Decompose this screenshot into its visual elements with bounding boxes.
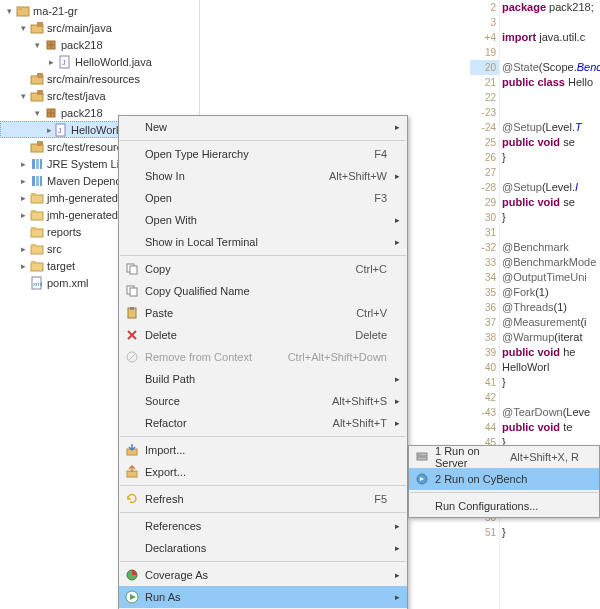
menu-item-source[interactable]: SourceAlt+Shift+S▸ (119, 390, 407, 412)
menu-item-delete[interactable]: DeleteDelete (119, 324, 407, 346)
menu-item-show-in-local-terminal[interactable]: Show in Local Terminal▸ (119, 231, 407, 253)
server-icon (413, 450, 431, 464)
code-line[interactable]: @Setup(Level.I (502, 180, 600, 195)
expand-toggle[interactable]: ▸ (18, 176, 28, 186)
tree-item-pack218[interactable]: ▾pack218 (0, 36, 199, 53)
menu-label: Build Path (141, 373, 387, 385)
menu-item-run-as[interactable]: Run As▸ (119, 586, 407, 608)
expand-toggle[interactable]: ▸ (46, 57, 56, 67)
code-line[interactable] (502, 45, 600, 60)
copy-icon (123, 284, 141, 298)
menu-separator (120, 485, 406, 486)
menu-item-paste[interactable]: PasteCtrl+V (119, 302, 407, 324)
menu-label: Import... (141, 444, 387, 456)
code-line[interactable] (502, 105, 600, 120)
code-line[interactable]: public void he (502, 345, 600, 360)
submenu-arrow-icon: ▸ (391, 122, 403, 132)
code-line[interactable]: import java.util.c (502, 30, 600, 45)
tree-item-src-main-java[interactable]: ▾src/main/java (0, 19, 199, 36)
tree-item-helloworld-java[interactable]: ▸JHelloWorld.java (0, 53, 199, 70)
svg-rect-29 (31, 210, 36, 213)
menu-item-build-path[interactable]: Build Path▸ (119, 368, 407, 390)
svg-rect-12 (37, 90, 43, 95)
menu-item-import-[interactable]: Import... (119, 439, 407, 461)
code-line[interactable]: @State(Scope.Benc (502, 60, 600, 75)
menu-item-references[interactable]: References▸ (119, 515, 407, 537)
code-line[interactable]: @TearDown(Leve (502, 405, 600, 420)
context-menu[interactable]: New▸Open Type HierarchyF4Show InAlt+Shif… (118, 115, 408, 609)
svg-rect-26 (31, 195, 43, 203)
menu-item-1-run-on-server[interactable]: 1 Run on ServerAlt+Shift+X, R (409, 446, 599, 468)
code-line[interactable]: @Fork(1) (502, 285, 600, 300)
menu-item-refresh[interactable]: RefreshF5 (119, 488, 407, 510)
expand-toggle[interactable]: ▾ (4, 6, 14, 16)
code-line[interactable]: public void se (502, 135, 600, 150)
code-line[interactable]: } (502, 375, 600, 390)
code-line[interactable]: public class Hello (502, 75, 600, 90)
menu-item-export-[interactable]: Export... (119, 461, 407, 483)
tree-label: pack218 (60, 39, 103, 51)
code-line[interactable]: } (502, 525, 600, 540)
code-line[interactable] (502, 15, 600, 30)
svg-rect-1 (17, 7, 22, 10)
code-line[interactable]: } (502, 150, 600, 165)
line-number: -43 (470, 405, 499, 420)
code-line[interactable]: package pack218; (502, 0, 600, 15)
expand-toggle[interactable]: ▸ (18, 193, 28, 203)
code-line[interactable]: @Warmup(iterat (502, 330, 600, 345)
code-line[interactable]: @OutputTimeUni (502, 270, 600, 285)
tree-item-src-main-resources[interactable]: src/main/resources (0, 70, 199, 87)
java-file-icon: J (54, 123, 68, 137)
svg-text:J: J (58, 127, 62, 134)
menu-label: New (141, 121, 387, 133)
menu-shortcut: Ctrl+Alt+Shift+Down (288, 351, 391, 363)
menu-item-refactor[interactable]: RefactorAlt+Shift+T▸ (119, 412, 407, 434)
menu-item-new[interactable]: New▸ (119, 116, 407, 138)
menu-item-declarations[interactable]: Declarations▸ (119, 537, 407, 559)
menu-item-copy[interactable]: CopyCtrl+C (119, 258, 407, 280)
expand-toggle[interactable]: ▸ (47, 125, 52, 135)
submenu-arrow-icon: ▸ (391, 543, 403, 553)
expand-toggle[interactable]: ▸ (18, 261, 28, 271)
code-line[interactable]: @Measurement(i (502, 315, 600, 330)
refresh-icon (123, 492, 141, 506)
code-line[interactable]: @Threads(1) (502, 300, 600, 315)
menu-item-coverage-as[interactable]: Coverage As▸ (119, 564, 407, 586)
menu-item-open-type-hierarchy[interactable]: Open Type HierarchyF4 (119, 143, 407, 165)
expand-toggle[interactable]: ▸ (18, 159, 28, 169)
import-icon (123, 443, 141, 457)
expand-toggle[interactable]: ▾ (32, 40, 42, 50)
code-line[interactable]: public void se (502, 195, 600, 210)
expand-toggle[interactable]: ▾ (32, 108, 42, 118)
menu-label: Delete (141, 329, 355, 341)
code-line[interactable]: public void te (502, 420, 600, 435)
copy-icon (123, 262, 141, 276)
menu-item-open-with[interactable]: Open With▸ (119, 209, 407, 231)
expand-toggle[interactable]: ▸ (18, 244, 28, 254)
code-line[interactable] (502, 90, 600, 105)
menu-item-2-run-on-cybench[interactable]: 2 Run on CyBench (409, 468, 599, 490)
code-line[interactable]: @Benchmark (502, 240, 600, 255)
menu-item-copy-qualified-name[interactable]: Copy Qualified Name (119, 280, 407, 302)
code-line[interactable] (502, 390, 600, 405)
menu-label: 2 Run on CyBench (431, 473, 579, 485)
folder-icon (30, 242, 44, 256)
code-line[interactable]: @BenchmarkMode (502, 255, 600, 270)
menu-label: 1 Run on Server (431, 445, 510, 469)
code-line[interactable] (502, 165, 600, 180)
submenu-arrow-icon: ▸ (391, 592, 403, 602)
menu-item-run-configurations-[interactable]: Run Configurations... (409, 495, 599, 517)
menu-item-show-in[interactable]: Show InAlt+Shift+W▸ (119, 165, 407, 187)
code-line[interactable]: @Setup(Level.T (502, 120, 600, 135)
tree-item-src-test-java[interactable]: ▾src/test/java (0, 87, 199, 104)
tree-item-ma-21-gr[interactable]: ▾ma-21-gr (0, 2, 199, 19)
expand-toggle[interactable]: ▾ (18, 23, 28, 33)
package-folder-icon (30, 72, 44, 86)
expand-toggle[interactable]: ▾ (18, 91, 28, 101)
expand-toggle[interactable]: ▸ (18, 210, 28, 220)
code-line[interactable]: } (502, 210, 600, 225)
menu-item-open[interactable]: OpenF3 (119, 187, 407, 209)
run-as-submenu[interactable]: 1 Run on ServerAlt+Shift+X, R2 Run on Cy… (408, 445, 600, 518)
code-line[interactable]: HelloWorl (502, 360, 600, 375)
code-line[interactable] (502, 225, 600, 240)
